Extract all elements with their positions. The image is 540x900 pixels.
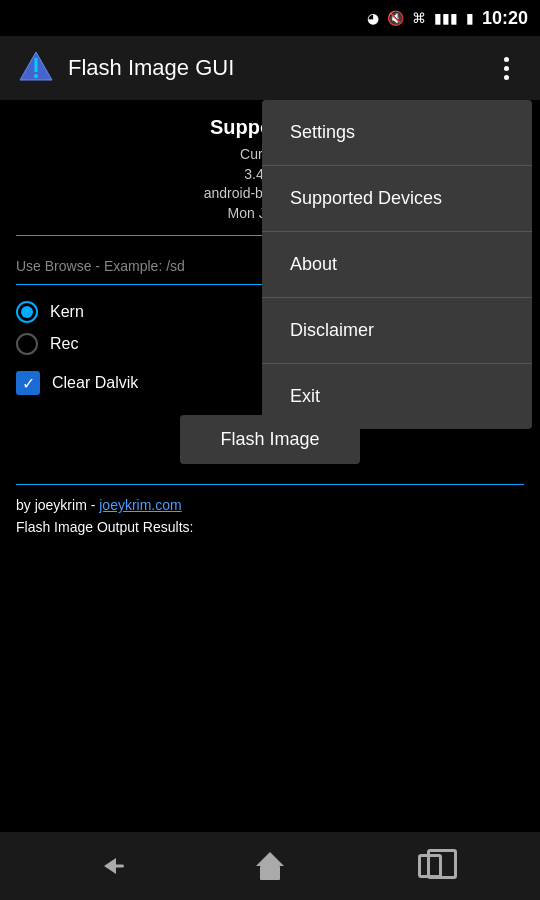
dots-icon [504,57,509,80]
back-button[interactable] [85,841,135,891]
bluetooth-icon: ◕ [367,10,379,26]
menu-item-supported-devices[interactable]: Supported Devices [262,166,532,232]
status-time: 10:20 [482,8,528,29]
home-button[interactable] [245,841,295,891]
mute-icon: 🔇 [387,10,404,26]
app-bar: Flash Image GUI [0,36,540,100]
credit-link[interactable]: joeykrim.com [99,497,181,513]
radio-kernel-inner [21,306,33,318]
overflow-menu-button[interactable] [488,50,524,86]
recents-button[interactable] [405,841,455,891]
footer-section: by joeykrim - joeykrim.com Flash Image O… [16,484,524,535]
output-label: Flash Image Output Results: [16,519,524,535]
wifi-icon: ⌘ [412,10,426,26]
home-icon [256,852,284,880]
clear-dalvik-checkbox[interactable]: ✓ [16,371,40,395]
credit-text: by joeykrim - [16,497,99,513]
menu-item-exit[interactable]: Exit [262,364,532,429]
back-icon [96,856,124,876]
battery-icon: ▮ [466,10,474,26]
signal-icon: ▮▮▮ [434,10,458,26]
clear-dalvik-label: Clear Dalvik [52,374,138,392]
menu-item-disclaimer[interactable]: Disclaimer [262,298,532,364]
footer-credit: by joeykrim - joeykrim.com [16,497,524,513]
radio-recovery-indicator [16,333,38,355]
menu-item-settings[interactable]: Settings [262,100,532,166]
svg-point-2 [34,74,38,78]
recents-icon [418,854,442,878]
radio-kernel-indicator [16,301,38,323]
radio-kernel-label: Kern [50,303,84,321]
radio-recovery-label: Rec [50,335,78,353]
app-icon [16,48,56,88]
menu-item-about[interactable]: About [262,232,532,298]
dropdown-menu: Settings Supported Devices About Disclai… [262,100,532,429]
app-title: Flash Image GUI [68,55,488,81]
status-bar: ◕ 🔇 ⌘ ▮▮▮ ▮ 10:20 [0,0,540,36]
nav-bar [0,832,540,900]
